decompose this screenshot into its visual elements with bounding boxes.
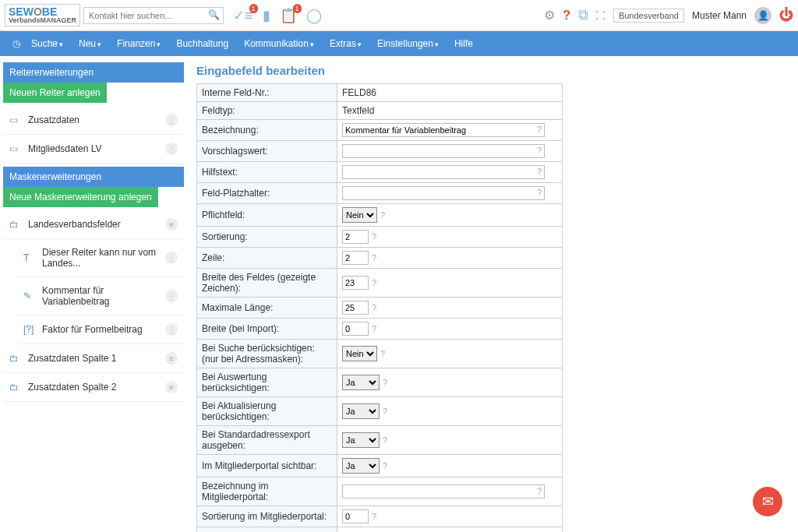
help-icon[interactable]: ? [537,125,542,134]
help-icon[interactable]: ? [372,253,376,262]
select-stdexport[interactable]: Ja [342,432,380,448]
help-icon[interactable]: ? [537,486,542,495]
row-action-icon[interactable]: ⋮ [165,114,178,126]
sidebar-item-zusatz-spalte-1[interactable]: 🗀 Zusatzdaten Spalte 1 ≡ [3,344,184,373]
clipboard-icon[interactable]: 📋1 [280,7,297,24]
nav-hilfe[interactable]: Hilfe [454,38,473,49]
input-maxlen[interactable] [342,301,369,315]
nav-einstellungen[interactable]: Einstellungen▾ [377,38,439,49]
edit-form: Interne Feld-Nr.: FELD86 Feldtyp: Textfe… [196,83,563,532]
help-icon[interactable]: ? [372,512,376,521]
sidebar-section-reiter: Reitererweiterungen [3,62,184,83]
input-platzhalter[interactable] [342,186,545,200]
context-chip[interactable]: Bundesverband [613,9,684,23]
search-icon[interactable]: 🔍 [208,9,220,20]
help-icon[interactable]: ? [372,303,376,312]
nav-neu[interactable]: Neu▾ [79,38,101,49]
help-icon[interactable]: ? [372,324,376,333]
row-action-icon[interactable]: ⋮ [165,143,178,155]
sidebar-sub-kommentar[interactable]: ✎ Kommentar für Variablenbeitrag ⋮ [17,277,184,315]
nav-kommunikation[interactable]: Kommunikation▾ [244,38,314,49]
lbl-suche: Bei Suche berücksichtigen: (nur bei Adre… [197,340,337,368]
help-icon[interactable]: ? [563,9,570,23]
help-icon[interactable]: ? [537,188,542,197]
avatar[interactable]: 👤 [754,7,772,24]
sidebar-item-label: Kommentar für Variablenbeitrag [42,285,159,307]
lbl-auswertung: Bei Auswertung berücksichtigen: [197,368,337,397]
input-bez-portal[interactable] [342,484,545,499]
nav-finanzen[interactable]: Finanzen▾ [117,38,161,49]
select-suche[interactable]: Nein [342,346,377,361]
nav-buchhaltung[interactable]: Buchhaltung [176,38,228,49]
row-action-icon[interactable]: ⋮ [165,290,178,302]
sidebar-item-label: Zusatzdaten [28,115,159,125]
sidebar-item-zusatz-spalte-2[interactable]: 🗀 Zusatzdaten Spalte 2 ≡ [3,373,184,402]
input-breite[interactable] [342,276,369,290]
contact-fab[interactable]: ✉ [753,487,782,516]
lbl-sort-portal: Sortierung im Mitgliederportal: [197,506,337,527]
sidebar-item-zusatzdaten[interactable]: ▭ Zusatzdaten ⋮ [3,106,184,135]
input-hilfstext[interactable] [342,165,545,179]
dashboard-icon[interactable]: ◷ [12,38,20,49]
input-vorschlag[interactable] [342,144,545,158]
lbl-portal-sichtbar: Im Mitgliederportal sichtbar: [197,455,337,477]
row-action-icon[interactable]: ⋮ [165,323,178,336]
sidebar-sub-reiter-hinweis[interactable]: T Dieser Reiter kann nur vom Landes... ⋮ [17,239,184,277]
lbl-breite: Breite des Feldes (gezeigte Zeichen): [197,269,337,298]
new-reiter-button[interactable]: Neuen Reiter anlegen [3,83,107,103]
help-icon[interactable]: ? [383,461,387,470]
row-action-icon[interactable]: ≡ [165,381,178,393]
logo[interactable]: SEWOBE VerbandsMANAGER [5,4,80,26]
help-icon[interactable]: ? [372,232,376,241]
lifebuoy-icon[interactable]: ◯ [306,7,322,24]
new-maske-button[interactable]: Neue Maskenerweiterung anlegen [3,187,158,207]
input-zeile[interactable] [342,251,369,265]
note-icon[interactable]: ▮ [263,7,270,24]
gear-icon[interactable]: ⚙ [544,8,555,23]
row-action-icon[interactable]: ≡ [165,352,178,365]
lbl-pflicht: Pflichtfeld: [197,204,337,227]
tab-icon: ▭ [9,115,22,125]
select-aktualisierung[interactable]: Ja [342,403,380,419]
org-icon[interactable]: ⸬ [596,7,606,23]
lbl-breite-import: Breite (bei Import): [197,319,337,340]
select-auswertung[interactable]: Ja [342,375,380,390]
edit-icon: ✎ [23,291,36,301]
nav-extras[interactable]: Extras▾ [330,38,362,49]
input-sort-portal[interactable] [342,509,369,523]
lbl-feldnr: Interne Feld-Nr.: [197,84,337,102]
search-input[interactable] [83,7,224,24]
row-action-icon[interactable]: ≡ [165,218,178,231]
main-nav: ◷ Suche▾ Neu▾ Finanzen▾ Buchhaltung Komm… [0,31,798,56]
input-bezeichnung[interactable] [342,123,545,137]
sidebar-item-label: Mitgliedsdaten LV [28,143,159,154]
help-icon[interactable]: ? [537,146,542,155]
help-icon[interactable]: ? [537,167,542,176]
page-title: Eingabefeld bearbeiten [196,64,789,77]
tasks-icon[interactable]: ✓≡1 [233,7,253,24]
row-action-icon[interactable]: ⋮ [165,252,178,264]
sidebar-item-mitgliedsdaten-lv[interactable]: ▭ Mitgliedsdaten LV ⋮ [3,135,184,164]
input-sortierung[interactable] [342,230,369,244]
help-icon[interactable]: ? [383,435,387,445]
lbl-hilfstext: Hilfstext: [197,162,337,183]
input-breite-import[interactable] [342,322,369,336]
help-icon[interactable]: ? [383,378,387,387]
sidebar-item-landesverbandsfelder[interactable]: 🗀 Landesverbandsfelder ≡ [3,210,184,239]
help-icon[interactable]: ? [372,278,376,287]
nav-suche[interactable]: Suche▾ [31,38,63,49]
logout-icon[interactable]: ⏻ [779,7,793,23]
select-pflicht[interactable]: Nein [342,207,377,223]
sidebar-item-label: Faktor für Formelbeitrag [42,324,159,335]
help-icon[interactable]: ? [380,349,385,358]
lbl-sortierung: Sortierung: [197,227,337,248]
help-icon[interactable]: ? [380,210,385,220]
sidebar-sub-faktor[interactable]: [?] Faktor für Formelbeitrag ⋮ [17,315,184,344]
select-portal-sichtbar[interactable]: Ja [342,458,380,474]
lbl-platzhalter: Feld-Platzhalter: [197,183,337,204]
folder-icon: 🗀 [9,353,22,364]
help-icon[interactable]: ? [383,407,387,416]
devices-icon[interactable]: ⧉ [578,7,588,23]
top-header: SEWOBE VerbandsMANAGER 🔍 ✓≡1 ▮ 📋1 ◯ ⚙ ? … [0,0,798,31]
sidebar-section-masken: Maskenerweiterungen [3,167,184,187]
